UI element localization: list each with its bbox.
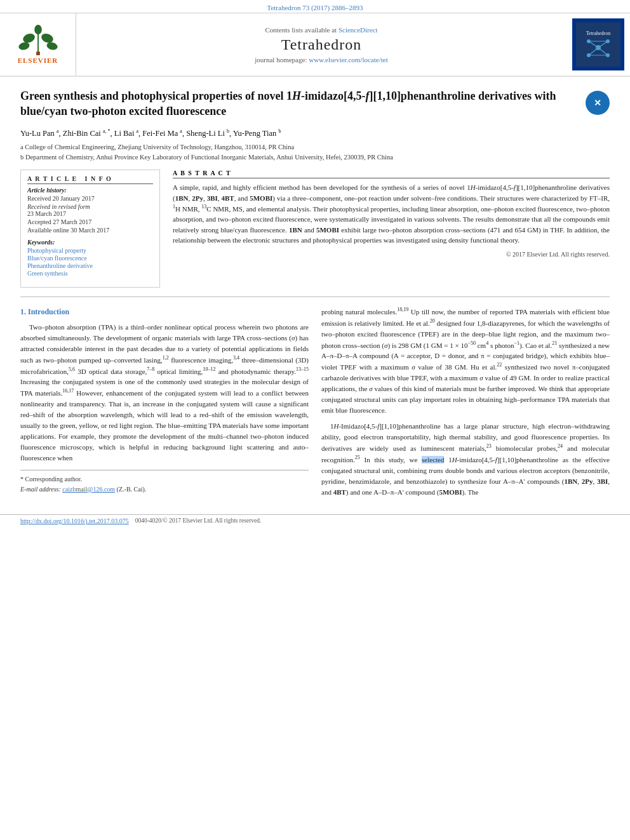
crossmark-icon: ✕ [594, 98, 601, 109]
tetrahedron-logo-icon: Tetrahedron [576, 22, 620, 67]
footer-bar: http://dx.doi.org/10.1016/j.tet.2017.03.… [0, 514, 630, 527]
article-title: Green synthesis and photophysical proper… [20, 88, 577, 119]
received-value: Received 20 January 2017 [27, 195, 153, 202]
body-col-right: probing natural molecules.18,19 Up till … [321, 306, 610, 503]
journal-center: Contents lists available at ScienceDirec… [76, 13, 566, 76]
received-row: Received 20 January 2017 [27, 195, 153, 202]
tetrahedron-logo-box: Tetrahedron [572, 18, 624, 70]
elsevier-logo-area: ELSEVIER [0, 13, 76, 76]
affil-sup-b: b [227, 128, 229, 134]
keywords-section: Keywords: Photophysical property Blue/cy… [27, 239, 153, 277]
copyright-line: © 2017 Elsevier Ltd. All rights reserved… [173, 251, 610, 258]
affil-sup-a2: a, * [103, 128, 111, 134]
tetrahedron-logo-area: Tetrahedron [566, 13, 630, 76]
keyword-4: Green synthesis [27, 270, 153, 277]
abstract-label: A B S T R A C T [173, 170, 610, 178]
issn-text: 0040-4020/© 2017 Elsevier Ltd. All right… [135, 517, 262, 524]
keywords-header-row: Keywords: [27, 239, 153, 246]
revised-label: Received in revised form [27, 203, 153, 210]
affil-sup-a4: a [180, 128, 182, 134]
keywords-label: Keywords: [27, 239, 153, 246]
doi-link[interactable]: http://dx.doi.org/10.1016/j.tet.2017.03.… [20, 517, 129, 524]
history-label: Article history: [27, 187, 153, 194]
footnote-email: E-mail address: caizbmail@126.com (Z.-B.… [20, 484, 309, 495]
article-title-area: Green synthesis and photophysical proper… [20, 88, 610, 119]
article-info-col: A R T I C L E I N F O Article history: R… [20, 170, 160, 288]
history-section: A R T I C L E I N F O Article history: R… [27, 175, 153, 234]
body-col-left: 1. Introduction Two–photon absorption (T… [20, 306, 309, 503]
article-info-header: A R T I C L E I N F O [27, 175, 153, 184]
footnote-email-link[interactable]: caizbmail@126.com [62, 486, 115, 493]
svg-point-2 [34, 25, 42, 34]
affil-sup-a: a [57, 128, 59, 134]
abstract-col: A B S T R A C T A simple, rapid, and hig… [173, 170, 610, 288]
footnote-corresponding: * Corresponding author. [20, 474, 309, 484]
intro-para-1: Two–photon absorption (TPA) is a third–o… [20, 322, 309, 464]
keyword-2: Blue/cyan fluorescence [27, 255, 153, 262]
selected-text: selected [422, 456, 444, 463]
elsevier-wordmark: ELSEVIER [18, 57, 58, 64]
authors-line: Yu-Lu Pan a, Zhi-Bin Cai a, *, Li Bai a,… [20, 128, 610, 138]
affil-b: b Department of Chemistry, Anhui Provinc… [20, 152, 610, 163]
main-content: Green synthesis and photophysical proper… [0, 77, 630, 514]
journal-citation: Tetrahedron 73 (2017) 2886–2893 [267, 4, 363, 11]
revised-row: Received in revised form 23 March 2017 [27, 203, 153, 217]
page-wrapper: Tetrahedron 73 (2017) 2886–2893 ELSEVIER [0, 0, 630, 840]
keyword-1: Photophysical property [27, 247, 153, 254]
keyword-3: Phenanthroline derivative [27, 262, 153, 269]
affil-sup-b2: b [278, 128, 281, 134]
intro-para-2: probing natural molecules.18,19 Up till … [321, 306, 610, 416]
crossmark-badge[interactable]: ✕ [586, 91, 610, 115]
section-divider [20, 297, 610, 297]
svg-rect-8 [576, 22, 620, 67]
elsevier-logo-icon [10, 25, 67, 55]
accepted-value: Accepted 27 March 2017 [27, 218, 153, 225]
accepted-row: Accepted 27 March 2017 [27, 218, 153, 225]
svg-text:Tetrahedron: Tetrahedron [586, 30, 611, 36]
body-two-col: 1. Introduction Two–photon absorption (T… [20, 306, 610, 503]
intro-section-title: 1. Introduction [20, 306, 309, 318]
keywords-list: Photophysical property Blue/cyan fluores… [27, 247, 153, 277]
revised-date: 23 March 2017 [27, 210, 153, 217]
online-row: Available online 30 March 2017 [27, 227, 153, 234]
online-value: Available online 30 March 2017 [27, 227, 153, 234]
svg-rect-7 [36, 51, 40, 55]
affil-sup-a3: a [137, 128, 139, 134]
intro-para-3: 1H-Imidazo[4,5-f][1,10]phenanthroline ha… [321, 421, 610, 498]
footnote-area: * Corresponding author. E-mail address: … [20, 470, 309, 494]
sciencedirect-label: Contents lists available at ScienceDirec… [265, 26, 377, 34]
affil-a: a College of Chemical Engineering, Zheji… [20, 142, 610, 152]
affiliations: a College of Chemical Engineering, Zheji… [20, 142, 610, 163]
journal-homepage: journal homepage: www.elsevier.com/locat… [255, 56, 387, 63]
abstract-text: A simple, rapid, and highly efficient me… [173, 182, 610, 246]
history-row: Article history: [27, 187, 153, 194]
journal-homepage-link[interactable]: www.elsevier.com/locate/tet [309, 56, 388, 63]
journal-top-bar: Tetrahedron 73 (2017) 2886–2893 [0, 0, 630, 13]
journal-name: Tetrahedron [281, 36, 362, 53]
article-info-abstract-row: A R T I C L E I N F O Article history: R… [20, 170, 610, 288]
abstract-section: A B S T R A C T A simple, rapid, and hig… [173, 170, 610, 258]
article-info-box: A R T I C L E I N F O Article history: R… [20, 170, 160, 288]
journal-header: ELSEVIER Contents lists available at Sci… [0, 13, 630, 77]
sciencedirect-link[interactable]: ScienceDirect [338, 26, 378, 34]
